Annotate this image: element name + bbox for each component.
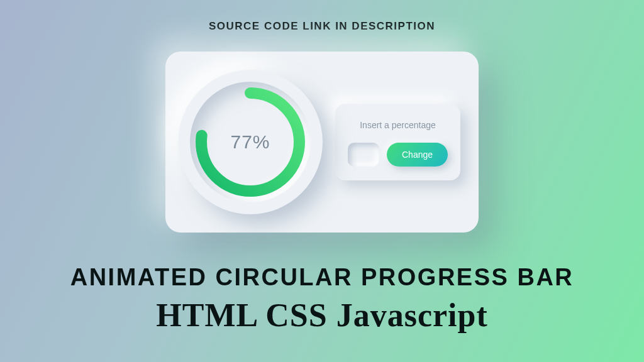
banner-top-text: SOURCE CODE LINK IN DESCRIPTION — [0, 20, 644, 33]
progress-arc — [201, 93, 299, 191]
controls-panel: Insert a percentage Change — [335, 104, 460, 180]
progress-ring: 77% — [190, 82, 311, 202]
banner-subtitle: HTML CSS Javascript — [0, 297, 644, 334]
main-card: 77% Insert a percentage Change — [165, 52, 479, 233]
progress-outer-neumorphic: 77% — [178, 70, 323, 214]
banner-title: ANIMATED CIRCULAR PROGRESS BAR — [0, 264, 644, 291]
change-button[interactable]: Change — [387, 143, 448, 167]
controls-row: Change — [348, 143, 448, 167]
controls-label: Insert a percentage — [360, 120, 436, 130]
percentage-input[interactable] — [348, 143, 379, 167]
progress-svg — [196, 87, 305, 197]
